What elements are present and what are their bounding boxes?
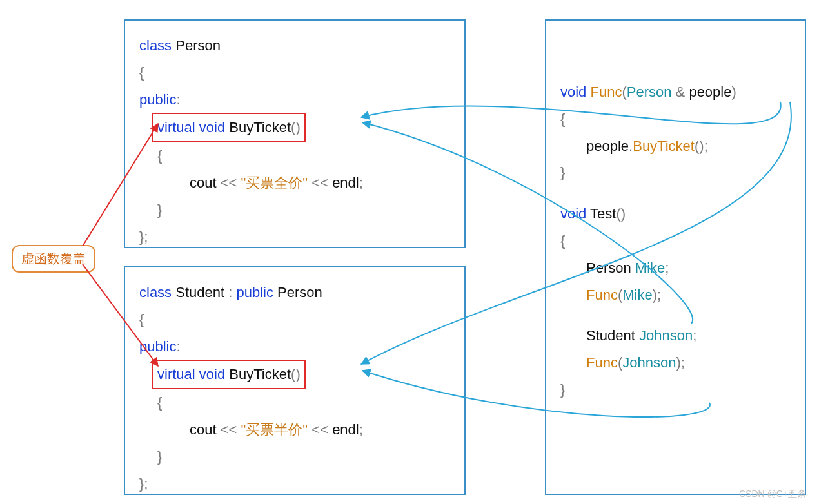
semi: ; [665,260,669,276]
virtual-fn-student-highlight: virtual void BuyTicket() [152,360,306,389]
kw-void: void [199,366,225,382]
fn-brace-close: } [157,443,451,470]
code-line: class Student : public Person [139,279,451,306]
kw-class: class [139,37,172,53]
fn-brace-open: { [157,142,451,170]
code-box-person: class Person { public: virtual void BuyT… [124,19,466,248]
code-box-student: class Student : public Person { public: … [124,266,466,495]
brace-close: }; [139,224,451,251]
code-line: public: [139,333,451,360]
endl: endl [332,422,359,438]
callout-label: 虚函数覆盖 [21,251,86,266]
kw-class: class [139,284,172,300]
colon: : [176,92,180,108]
op: << [311,422,328,438]
paren-close: ) [731,84,736,100]
paren-close: ); [676,354,684,371]
kw-virtual: virtual [157,366,195,382]
semi: ; [359,175,363,191]
colon: : [176,338,180,354]
virtual-fn-person-highlight: virtual void BuyTicket() [152,113,306,142]
op: << [221,422,237,438]
brace-close: } [560,159,792,186]
kw-virtual: virtual [157,119,195,135]
cout: cout [190,422,217,438]
parens: () [291,366,301,382]
fn-name-func: Func [590,84,622,100]
fn-brace-open: { [157,389,451,416]
kw-void: void [560,84,586,100]
paren-open: ( [622,84,626,100]
brace-close: } [560,376,792,403]
fn-name-test: Test [590,206,616,222]
brace-open: { [560,228,792,255]
code-line: class Person [139,32,451,59]
code-box-usage: void Func(Person & people) { people.BuyT… [545,19,806,495]
fn-name: BuyTicket [229,366,291,382]
arg: Mike [622,287,652,303]
param-name: people [689,84,731,100]
var-name-johnson: Johnson [639,327,693,344]
call-func: Func [586,287,618,303]
code-line: public: [139,86,451,113]
amp: & [676,84,686,100]
obj: people [586,138,629,154]
brace-open: { [139,306,451,333]
call-func: Func [586,354,618,371]
parens: () [291,119,301,135]
kw-public: public [139,338,176,354]
kw-void: void [199,119,225,135]
class-name-person: Person [175,37,221,53]
paren-close: ); [653,287,661,303]
call-paren: (); [695,138,708,154]
var-name-mike: Mike [635,260,665,276]
code-line: Func(Mike); [586,282,792,309]
callout-virtual-override: 虚函数覆盖 [12,245,95,273]
brace-open: { [560,106,792,133]
watermark: CSDN @C+五条 [739,489,806,500]
base-class: Person [277,284,322,300]
code-line: Person Mike; [586,255,792,282]
code-line: Func(Johnson); [586,349,792,376]
class-name-student: Student [175,284,224,300]
kw-public: public [236,284,273,300]
parens: () [616,206,626,222]
code-line: Student Johnson; [586,322,792,349]
code-line: cout << "买票全价" << endl; [190,170,451,197]
kw-void: void [560,206,586,222]
fn-brace-close: } [157,197,451,224]
semi: ; [693,327,696,344]
method: BuyTicket [633,138,695,154]
fn-name: BuyTicket [229,119,291,135]
brace-open: { [139,59,451,86]
var-type: Person [586,260,631,276]
code-line: cout << "买票半价" << endl; [190,416,451,443]
blank-line [560,308,792,322]
cout: cout [190,175,217,191]
string-literal: "买票半价" [241,422,308,438]
kw-public: public [139,92,176,108]
string-literal: "买票全价" [241,175,308,191]
var-type: Student [586,327,635,344]
brace-close: }; [139,470,451,498]
semi: ; [359,422,363,438]
colon: : [228,284,232,300]
op: << [221,175,237,191]
code-line: people.BuyTicket(); [586,133,792,160]
op: << [311,175,328,191]
endl: endl [332,175,359,191]
code-line-test-sig: void Test() [560,200,792,228]
arg: Johnson [622,354,676,371]
blank-line [560,186,792,200]
param-type: Person [627,84,672,100]
code-line-func-sig: void Func(Person & people) [560,79,792,106]
